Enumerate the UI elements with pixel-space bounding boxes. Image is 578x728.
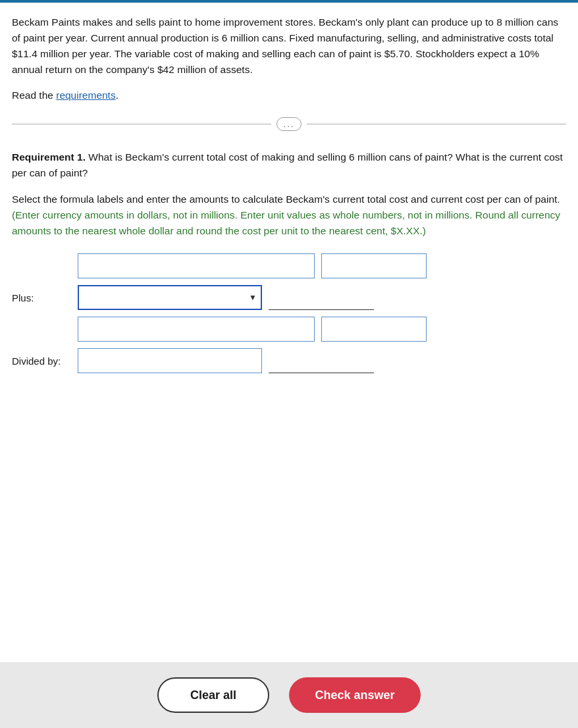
row3-input-large[interactable] — [78, 317, 315, 342]
row2-select-wrapper — [78, 285, 262, 310]
row1-input-small[interactable] — [321, 253, 427, 278]
check-answer-button[interactable]: Check answer — [289, 677, 421, 713]
clear-all-button[interactable]: Clear all — [157, 677, 269, 713]
row2-underline-input[interactable] — [269, 285, 374, 310]
row1-input-large[interactable] — [78, 253, 315, 278]
formula-row-4: Divided by: — [12, 348, 566, 373]
intro-paragraph: Beckam Paints makes and sells paint to h… — [12, 14, 566, 78]
formula-section: Plus: Divided by: — [12, 253, 566, 380]
requirement-title-bold: Requirement 1. — [12, 151, 86, 163]
formula-row-2: Plus: — [12, 285, 566, 310]
read-line: Read the requirements. — [12, 90, 566, 101]
read-prefix: Read the — [12, 90, 56, 101]
divider-row: ... — [12, 117, 566, 131]
divider-line-left — [12, 124, 271, 124]
row3-input-small[interactable] — [321, 317, 427, 342]
instruction-main: Select the formula labels and enter the … — [12, 194, 560, 205]
content-area: Beckam Paints makes and sells paint to h… — [0, 3, 578, 728]
divider-line-right — [307, 124, 566, 124]
row2-dropdown[interactable] — [78, 285, 262, 310]
instruction-text: Select the formula labels and enter the … — [12, 192, 566, 239]
requirements-link[interactable]: requirements — [56, 90, 115, 101]
row2-label: Plus: — [12, 292, 71, 303]
requirement-title: Requirement 1. What is Beckam's current … — [12, 149, 566, 181]
row4-label: Divided by: — [12, 355, 71, 367]
row4-underline-input[interactable] — [269, 348, 374, 373]
divider-dots: ... — [276, 117, 302, 131]
page-container: Beckam Paints makes and sells paint to h… — [0, 0, 578, 728]
row4-input-large[interactable] — [78, 348, 262, 373]
formula-row-1 — [12, 253, 566, 278]
read-suffix: . — [116, 90, 118, 101]
bottom-bar: Clear all Check answer — [0, 662, 578, 728]
instruction-green: (Enter currency amounts in dollars, not … — [12, 209, 560, 236]
formula-row-3 — [12, 317, 566, 342]
requirement-title-rest: What is Beckam's current total cost of m… — [12, 151, 563, 178]
